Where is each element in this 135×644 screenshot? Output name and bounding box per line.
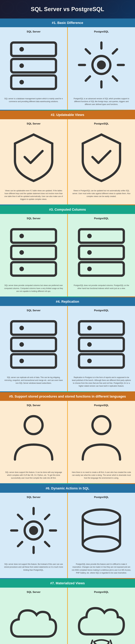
svg-rect-14 xyxy=(79,229,124,243)
section-4: #4. ReplicationSQL Server SQL server can… xyxy=(0,297,135,392)
section-6-left-text: SQL server does not support this feature… xyxy=(4,563,63,572)
section-5-right-icon xyxy=(72,409,131,469)
section-6-left-icon xyxy=(4,500,63,561)
section-1-right-col: PostgreSQL PostgreSQL is an advanced ver… xyxy=(68,27,135,110)
svg-point-11 xyxy=(19,250,24,255)
sections-container: #1. Basic DifferenceSQL Server SQL serve… xyxy=(0,18,135,644)
section-4-right-title: PostgreSQL xyxy=(72,309,131,312)
section-2-content: SQL Server Views can be updateable even … xyxy=(0,119,135,205)
section-3: #3. Computed ColumnsSQL Server SQL serve… xyxy=(0,205,135,297)
section-2-header: #2. Updateable Views xyxy=(0,110,135,119)
page-header: SQL Server vs PostgreSQL xyxy=(0,0,135,18)
section-3-left-icon xyxy=(4,222,63,282)
svg-rect-24 xyxy=(11,354,56,368)
svg-rect-28 xyxy=(79,338,124,351)
section-3-left-title: SQL Server xyxy=(4,217,63,220)
section-2-right-title: PostgreSQL xyxy=(72,122,131,125)
section-2-left-col: SQL Server Views can be updateable even … xyxy=(0,119,68,205)
section-1-right-text: PostgreSQL is an advanced version of SQL… xyxy=(72,97,131,106)
section-3-right-icon xyxy=(72,222,131,282)
svg-point-19 xyxy=(87,267,92,271)
section-6-right-text: PostgreSQL does provide this feature and… xyxy=(72,563,131,574)
section-1-right-title: PostgreSQL xyxy=(72,30,131,33)
svg-rect-18 xyxy=(79,262,124,276)
section-7-left-col: SQL Server Yes, it provides the faciliti… xyxy=(0,588,68,644)
section-4-header: #4. Replication xyxy=(0,297,135,306)
svg-rect-12 xyxy=(11,262,56,276)
svg-point-29 xyxy=(87,342,92,347)
svg-point-31 xyxy=(87,358,92,363)
section-4-right-text: Replication in Postgres is in the form o… xyxy=(72,376,131,388)
section-4-content: SQL Server SQL server can replicate all … xyxy=(0,306,135,392)
section-5: #5. Support stored procedures and stored… xyxy=(0,392,135,484)
section-3-title: #3. Computed Columns xyxy=(3,208,132,212)
svg-point-21 xyxy=(19,326,24,330)
section-7-title: #7. Materialized Views xyxy=(3,581,132,585)
section-6-right-icon xyxy=(72,500,131,561)
section-5-content: SQL Server SQL server does support this … xyxy=(0,401,135,484)
section-7-right-col: PostgreSQL Postgres does not provide fac… xyxy=(68,588,135,644)
svg-rect-10 xyxy=(11,246,56,259)
section-5-left-icon xyxy=(4,409,63,469)
section-1: #1. Basic DifferenceSQL Server SQL serve… xyxy=(0,18,135,110)
section-2-right-text: Views in PostgreSQL can be updated but n… xyxy=(72,189,131,198)
section-6-right-col: PostgreSQL PostgreSQL does provide this … xyxy=(68,493,135,578)
section-6-left-col: SQL Server SQL server does not support t… xyxy=(0,493,68,578)
svg-rect-20 xyxy=(11,321,56,335)
section-5-header: #5. Support stored procedures and stored… xyxy=(0,392,135,401)
section-1-content: SQL Server SQL server is a database mana… xyxy=(0,27,135,110)
section-2-right-col: PostgreSQL Views in PostgreSQL can be up… xyxy=(68,119,135,205)
section-2: #2. Updateable ViewsSQL Server Views can… xyxy=(0,110,135,206)
section-1-right-icon xyxy=(72,35,131,96)
section-3-content: SQL Server SQL server does provide compu… xyxy=(0,214,135,296)
section-1-title: #1. Basic Difference xyxy=(3,21,132,25)
page-title: SQL Server vs PostgreSQL xyxy=(3,6,132,12)
section-5-right-col: PostgreSQL Here there is no need to crea… xyxy=(68,401,135,484)
section-4-left-text: SQL server can replicate all sorts of da… xyxy=(4,376,63,385)
section-5-left-col: SQL Server SQL server does support this … xyxy=(0,401,68,484)
section-6-title: #6. Dynamic Actions in SQL xyxy=(3,486,132,490)
section-2-left-icon xyxy=(4,127,63,188)
section-3-right-col: PostgreSQL PostgreSQL does not provide c… xyxy=(68,214,135,296)
section-6-header: #6. Dynamic Actions in SQL xyxy=(0,484,135,493)
svg-point-25 xyxy=(19,358,24,363)
svg-point-17 xyxy=(87,250,92,255)
section-5-title: #5. Support stored procedures and stored… xyxy=(3,394,132,398)
section-6-right-title: PostgreSQL xyxy=(72,496,131,499)
svg-rect-26 xyxy=(79,321,124,335)
section-1-left-title: SQL Server xyxy=(4,30,63,33)
svg-rect-22 xyxy=(11,338,56,351)
svg-rect-4 xyxy=(11,76,56,89)
section-7-left-title: SQL Server xyxy=(4,590,63,594)
svg-point-3 xyxy=(19,64,24,68)
section-1-left-icon xyxy=(4,35,63,96)
svg-point-27 xyxy=(87,326,92,330)
section-7-header: #7. Materialized Views xyxy=(0,579,135,588)
section-6-content: SQL Server SQL server does not support t… xyxy=(0,493,135,578)
svg-point-1 xyxy=(19,47,24,52)
section-4-left-icon xyxy=(4,314,63,374)
svg-rect-2 xyxy=(11,59,56,72)
svg-rect-8 xyxy=(11,229,56,243)
section-2-left-text: Views can be updateable even if 2 table … xyxy=(4,189,63,201)
svg-point-33 xyxy=(92,416,110,434)
section-4-right-col: PostgreSQL Replication in Postgres is in… xyxy=(68,306,135,392)
svg-point-5 xyxy=(19,80,24,84)
section-2-title: #2. Updateable Views xyxy=(3,113,132,117)
section-4-title: #4. Replication xyxy=(3,300,132,304)
section-1-left-text: SQL server is a database management syst… xyxy=(4,97,63,103)
svg-rect-0 xyxy=(11,42,56,56)
section-6-left-title: SQL Server xyxy=(4,496,63,499)
section-5-left-text: SQL server does support this feature. It… xyxy=(4,471,63,480)
section-4-left-title: SQL Server xyxy=(4,309,63,312)
svg-point-32 xyxy=(25,416,42,434)
svg-point-7 xyxy=(97,60,106,70)
section-7-right-title: PostgreSQL xyxy=(72,590,131,594)
section-3-right-title: PostgreSQL xyxy=(72,217,131,220)
section-6: #6. Dynamic Actions in SQLSQL Server SQL… xyxy=(0,484,135,579)
section-5-right-title: PostgreSQL xyxy=(72,404,131,407)
section-5-left-title: SQL Server xyxy=(4,404,63,407)
section-5-right-text: Here there is no need to create a dll fi… xyxy=(72,471,131,480)
svg-point-39 xyxy=(83,536,120,552)
section-2-right-icon xyxy=(72,127,131,188)
